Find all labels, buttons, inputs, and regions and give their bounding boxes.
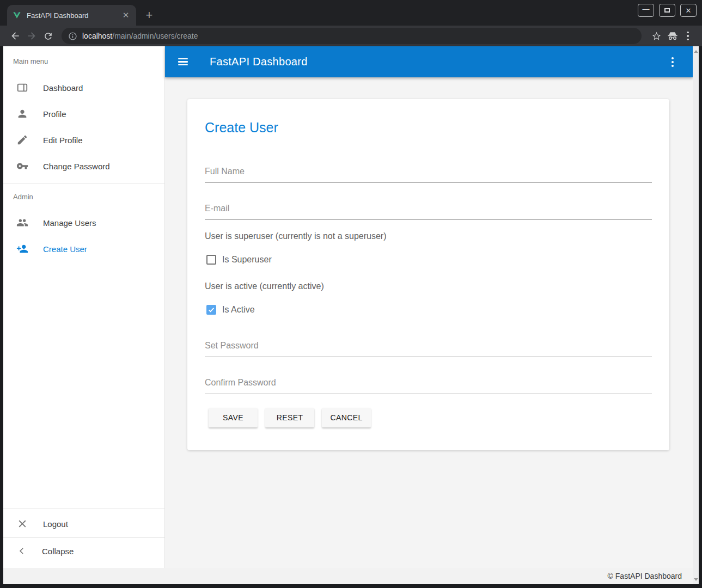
people-icon [16, 217, 28, 229]
sidebar-section-admin: Admin [13, 193, 33, 201]
forward-button[interactable] [23, 28, 40, 44]
browser-tab-bar: FastAPI Dashboard ✕ + — ✕ [0, 0, 702, 26]
sidebar-item-label: Change Password [43, 162, 110, 171]
sidebar-item-manage-users[interactable]: Manage Users [3, 210, 164, 236]
is-active-label: Is Active [222, 305, 255, 315]
page-scrollbar[interactable] [693, 46, 699, 584]
sidebar-item-change-password[interactable]: Change Password [3, 153, 164, 179]
close-button[interactable]: ✕ [680, 4, 697, 17]
hamburger-menu-icon[interactable] [178, 58, 188, 66]
page-title: Create User [205, 120, 278, 136]
is-active-checkbox-row[interactable]: Is Active [206, 305, 255, 315]
checkbox-checked-icon[interactable] [206, 305, 216, 315]
window-controls: — ✕ [638, 4, 697, 17]
full-name-placeholder: Full Name [205, 166, 652, 177]
scroll-down-arrow-icon[interactable] [693, 576, 699, 583]
sidebar-item-label: Profile [43, 109, 66, 119]
copyright-text: © FastAPI Dashboard [608, 572, 682, 580]
new-tab-button[interactable]: + [142, 8, 156, 22]
sidebar-section-main-menu: Main menu [13, 57, 48, 65]
sidebar-item-label: Collapse [42, 547, 74, 556]
superuser-hint: User is superuser (currently is not a su… [205, 231, 386, 241]
form-buttons: SAVE RESET CANCEL [209, 408, 371, 427]
chevron-left-icon [16, 546, 27, 556]
close-x-icon [16, 518, 28, 530]
set-password-input[interactable]: Set Password [205, 340, 652, 357]
create-user-card: Create User Full Name E-mail User is sup… [187, 99, 669, 450]
scroll-up-arrow-icon[interactable] [693, 48, 699, 54]
vue-logo-icon [13, 11, 21, 20]
page-info-icon[interactable] [68, 32, 77, 41]
sidebar-divider [3, 508, 164, 509]
sidebar-item-label: Edit Profile [43, 136, 83, 145]
tab-title: FastAPI Dashboard [27, 11, 121, 20]
browser-window: FastAPI Dashboard ✕ + — ✕ localhost/main… [0, 0, 702, 588]
reset-button[interactable]: RESET [265, 408, 314, 427]
reload-button[interactable] [40, 28, 56, 44]
confirm-password-placeholder: Confirm Password [205, 377, 652, 389]
url-path: /main/admin/users/create [112, 32, 198, 40]
browser-tab[interactable]: FastAPI Dashboard ✕ [7, 5, 136, 26]
sidebar-item-profile[interactable]: Profile [3, 101, 164, 127]
sidebar-item-label: Logout [43, 519, 68, 529]
incognito-icon [664, 28, 681, 44]
page-viewport: Main menu Dashboard Profile Edit Profile… [3, 46, 699, 584]
sidebar-item-logout[interactable]: Logout [3, 511, 164, 537]
is-superuser-checkbox-row[interactable]: Is Superuser [206, 255, 272, 265]
active-hint: User is active (currently active) [205, 281, 324, 291]
key-icon [16, 160, 28, 172]
person-add-icon [16, 243, 28, 255]
sidebar-item-label: Create User [43, 244, 87, 254]
person-icon [16, 108, 28, 120]
confirm-password-input[interactable]: Confirm Password [205, 377, 652, 394]
tab-close-icon[interactable]: ✕ [121, 10, 131, 20]
sidebar-item-edit-profile[interactable]: Edit Profile [3, 127, 164, 153]
app-bar: FastAPI Dashboard [165, 46, 693, 77]
sidebar-item-dashboard[interactable]: Dashboard [3, 75, 164, 101]
save-button[interactable]: SAVE [209, 408, 258, 427]
full-name-input[interactable]: Full Name [205, 166, 652, 183]
email-placeholder: E-mail [205, 203, 652, 215]
bookmark-star-icon[interactable] [648, 28, 664, 44]
checkbox-unchecked-icon[interactable] [206, 255, 216, 265]
pencil-icon [16, 134, 28, 146]
cancel-button[interactable]: CANCEL [322, 408, 371, 427]
browser-toolbar: localhost/main/admin/users/create [0, 26, 702, 46]
dashboard-icon [16, 82, 28, 94]
back-button[interactable] [7, 28, 23, 44]
url-host: localhost [82, 32, 112, 40]
sidebar: Main menu Dashboard Profile Edit Profile… [3, 46, 165, 568]
email-input[interactable]: E-mail [205, 203, 652, 220]
minimize-button[interactable]: — [638, 4, 654, 17]
app-menu-icon[interactable] [666, 54, 680, 70]
set-password-placeholder: Set Password [205, 340, 652, 352]
maximize-button[interactable] [659, 4, 675, 17]
sidebar-item-collapse[interactable]: Collapse [3, 538, 164, 564]
sidebar-item-label: Manage Users [43, 218, 96, 228]
sidebar-divider [3, 183, 164, 184]
address-bar[interactable]: localhost/main/admin/users/create [62, 28, 642, 44]
sidebar-item-label: Dashboard [43, 83, 83, 93]
browser-menu-icon[interactable] [681, 28, 695, 44]
is-superuser-label: Is Superuser [222, 255, 272, 265]
sidebar-item-create-user[interactable]: Create User [3, 236, 164, 262]
app-title: FastAPI Dashboard [210, 56, 308, 68]
page-footer: © FastAPI Dashboard [3, 568, 693, 584]
